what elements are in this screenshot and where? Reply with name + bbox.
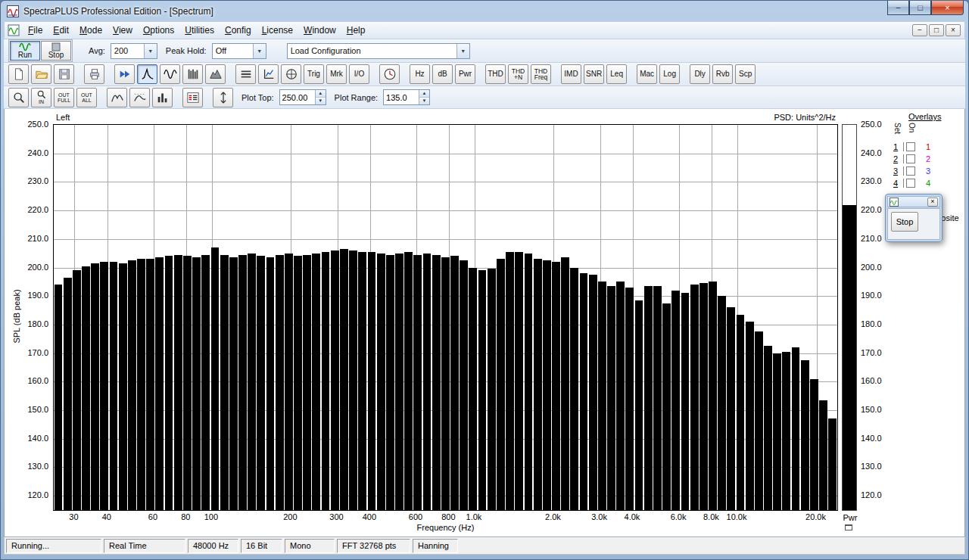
time-series-view-button[interactable] (235, 64, 256, 84)
spin-down-icon[interactable]: ▼ (316, 98, 326, 104)
zoom-button[interactable] (8, 88, 29, 107)
plot-top-input[interactable] (280, 90, 315, 104)
io-button[interactable]: I/O (349, 64, 369, 84)
mdi-minimize-button[interactable]: − (912, 24, 927, 36)
menu-item-file[interactable]: File (23, 23, 48, 38)
power-units-button[interactable]: Pwr (455, 64, 475, 84)
hz-units-button[interactable]: Hz (410, 64, 430, 84)
menu-item-license[interactable]: License (257, 23, 298, 38)
print-button[interactable] (84, 64, 104, 84)
spin-up-icon[interactable]: ▲ (316, 90, 326, 98)
menu-item-config[interactable]: Config (220, 23, 257, 38)
avg-combobox[interactable]: 200 ▼ (111, 43, 157, 59)
menu-item-view[interactable]: View (107, 23, 138, 38)
floating-stop-window[interactable]: × Stop (885, 194, 943, 242)
spectrum-bar (238, 255, 247, 510)
spectrum-view-button[interactable] (137, 64, 157, 84)
timer-button[interactable] (379, 64, 400, 84)
mdi-restore-button[interactable]: □ (929, 24, 944, 36)
xy-axis-view-button[interactable] (258, 64, 279, 84)
reverb-button[interactable]: Rvb (712, 64, 733, 84)
y-tick-label: 150.0 (861, 405, 893, 414)
y-tick-label: 200.0 (861, 263, 893, 272)
zoom-in-button[interactable]: IN (31, 88, 51, 107)
y-tick-label: 160.0 (861, 376, 893, 385)
spin-down-icon[interactable]: ▼ (419, 98, 429, 104)
peak-hold-combobox[interactable]: Off ▼ (212, 43, 266, 59)
menu-item-options[interactable]: Options (138, 23, 179, 38)
chevron-down-icon[interactable]: ▼ (144, 44, 157, 58)
menu-item-help[interactable]: Help (341, 23, 371, 38)
scope-button[interactable]: Scp (735, 64, 756, 84)
imd-button[interactable]: IMD (561, 64, 581, 84)
leq-button[interactable]: Leq (606, 64, 627, 84)
channel-label: Left (56, 113, 70, 122)
thd-button[interactable]: THD (485, 64, 506, 84)
log-button[interactable]: Log (659, 64, 680, 84)
floating-window-titlebar[interactable]: × (887, 196, 940, 207)
overlay-set-link[interactable]: 4 (893, 179, 901, 188)
delay-button[interactable]: Dly (690, 64, 710, 84)
y-tick-label: 240.0 (861, 148, 893, 157)
open-folder-icon (35, 67, 48, 81)
macro-button[interactable]: Mac (637, 64, 657, 84)
snr-button[interactable]: SNR (584, 64, 604, 84)
menu-item-window[interactable]: Window (298, 23, 341, 38)
maximize-button[interactable]: □ (909, 1, 931, 15)
overlay-on-checkbox[interactable] (906, 142, 915, 151)
marker-button[interactable]: Mrk (326, 64, 347, 84)
power-meter-minimize-icon[interactable] (845, 524, 852, 530)
spectrum-bar (543, 260, 551, 510)
db-units-button[interactable]: dB (432, 64, 453, 84)
psd-units-label: PSD: Units^2/Hz (774, 113, 836, 122)
y-tick-label: 120.0 (17, 490, 48, 499)
overlay-set-link[interactable]: 3 (893, 166, 901, 176)
spin-up-icon[interactable]: ▲ (419, 90, 429, 98)
x-tick-label: 6.0k (662, 512, 695, 521)
vertical-scale-button[interactable] (213, 88, 233, 107)
minimize-button[interactable]: − (887, 1, 909, 15)
surface-view-button[interactable] (205, 64, 226, 84)
save-file-button[interactable] (54, 64, 74, 84)
close-button[interactable]: × (931, 1, 964, 15)
zoom-out-full-button[interactable]: OUTFULL (54, 88, 74, 107)
chevron-down-icon[interactable]: ▼ (456, 44, 469, 58)
thd-n-button[interactable]: THD+N (508, 64, 528, 84)
stop-button[interactable]: Stop (41, 41, 71, 61)
overlay-on-checkbox[interactable] (906, 166, 915, 176)
plot-range-input[interactable] (384, 90, 419, 104)
mdi-close-button[interactable]: × (946, 24, 961, 36)
menu-item-utilities[interactable]: Utilities (179, 23, 220, 38)
zoom-out-all-button[interactable]: OUTALL (76, 88, 97, 107)
thd-freq-button[interactable]: THDFreq (531, 64, 551, 84)
menu-item-edit[interactable]: Edit (48, 23, 74, 38)
floating-stop-button[interactable]: Stop (891, 212, 918, 232)
new-file-button[interactable] (8, 64, 29, 84)
fast-forward-button[interactable] (114, 64, 135, 84)
lines-icon (239, 67, 253, 81)
floating-window-close-button[interactable]: × (927, 198, 938, 207)
legend-button[interactable] (182, 88, 203, 107)
overlays-title[interactable]: Overlays (908, 112, 965, 121)
run-button[interactable]: Run (10, 41, 40, 61)
overlay-set-link[interactable]: 1 (893, 142, 901, 151)
status-panel-5: Mono (285, 539, 335, 553)
waveform-view-button[interactable] (160, 64, 180, 84)
menu-item-mode[interactable]: Mode (74, 23, 107, 38)
overlay-on-checkbox[interactable] (906, 154, 915, 163)
load-configuration-combobox[interactable]: Load Configuration ▼ (287, 43, 470, 59)
spectrum-bar (395, 254, 403, 510)
chevron-down-icon[interactable]: ▼ (253, 44, 266, 58)
overlay-set-link[interactable]: 2 (893, 154, 901, 163)
phase-view-button[interactable] (281, 64, 301, 84)
overlay-on-checkbox[interactable] (906, 179, 915, 188)
titlebar[interactable]: SpectraPLUS Professional Edition - [Spec… (4, 1, 965, 21)
toolbar-plot: IN OUTFULL OUTALL Plot Top: ▲▼ Plot Rang… (4, 86, 965, 109)
spectrogram-view-button[interactable] (182, 64, 203, 84)
smooth-curve-button[interactable] (129, 88, 150, 107)
trigger-button[interactable]: Trig (304, 64, 324, 84)
spectrum-plot[interactable] (53, 124, 838, 511)
open-file-button[interactable] (31, 64, 51, 84)
peak-curve-button[interactable] (107, 88, 127, 107)
histogram-button[interactable] (152, 88, 173, 107)
